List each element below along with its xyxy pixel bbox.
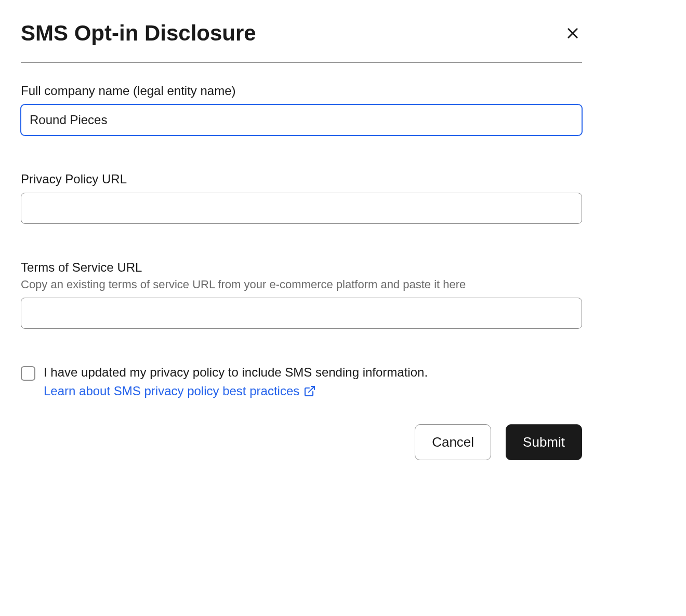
- external-link-icon: [304, 385, 316, 397]
- consent-checkbox[interactable]: [21, 366, 35, 381]
- consent-label: I have updated my privacy policy to incl…: [44, 365, 582, 380]
- consent-row: I have updated my privacy policy to incl…: [21, 365, 582, 398]
- company-name-field-group: Full company name (legal entity name): [21, 84, 582, 136]
- cancel-button[interactable]: Cancel: [415, 424, 491, 460]
- privacy-policy-label: Privacy Policy URL: [21, 172, 582, 186]
- modal-title: SMS Opt-in Disclosure: [21, 21, 256, 46]
- company-name-label: Full company name (legal entity name): [21, 84, 582, 98]
- svg-line-2: [309, 386, 314, 392]
- submit-button[interactable]: Submit: [506, 424, 582, 460]
- sms-opt-in-modal: SMS Opt-in Disclosure Full company name …: [21, 21, 582, 460]
- modal-header: SMS Opt-in Disclosure: [21, 21, 582, 63]
- tos-label: Terms of Service URL: [21, 260, 582, 275]
- close-icon: [565, 26, 580, 41]
- privacy-policy-input[interactable]: [21, 193, 582, 224]
- tos-field-group: Terms of Service URL Copy an existing te…: [21, 260, 582, 329]
- company-name-input[interactable]: [21, 104, 582, 136]
- button-row: Cancel Submit: [21, 424, 582, 460]
- tos-help-text: Copy an existing terms of service URL fr…: [21, 278, 582, 291]
- privacy-policy-field-group: Privacy Policy URL: [21, 172, 582, 224]
- learn-more-link-text: Learn about SMS privacy policy best prac…: [44, 384, 299, 398]
- tos-input[interactable]: [21, 298, 582, 329]
- close-button[interactable]: [563, 24, 582, 43]
- consent-content: I have updated my privacy policy to incl…: [44, 365, 582, 398]
- learn-more-link[interactable]: Learn about SMS privacy policy best prac…: [44, 384, 316, 398]
